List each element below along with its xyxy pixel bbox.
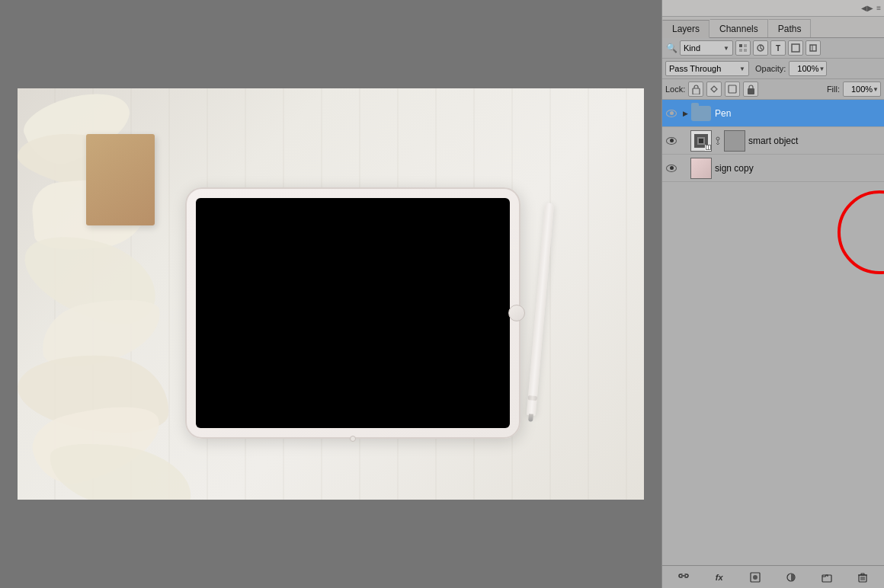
svg-rect-2 [739, 49, 742, 52]
layer-expand-pen[interactable]: ▶ [680, 108, 690, 119]
panel-menu-button[interactable]: ≡ [876, 4, 881, 12]
fill-input-wrapper: 100% ▼ [843, 81, 881, 97]
canvas-area [0, 0, 661, 588]
layers-panel: ◀▶ ≡ Layers Channels Paths 🔍 Kind ▼ T [661, 0, 884, 588]
svg-rect-3 [744, 49, 747, 52]
lock-transparent-btn[interactable] [688, 81, 703, 97]
layers-list: ▶ Pen [662, 100, 884, 565]
svg-point-15 [716, 137, 719, 140]
panel-collapse-button[interactable]: ◀▶ [861, 4, 873, 12]
fill-arrow: ▼ [873, 86, 879, 93]
pixel-filter-icon[interactable] [735, 40, 751, 56]
search-icon: 🔍 [665, 42, 677, 54]
layer-thumbnail-design [690, 158, 712, 179]
filter-toolbar: 🔍 Kind ▼ T [662, 38, 884, 59]
new-group-button[interactable] [818, 569, 835, 586]
layer-visibility-smart[interactable] [665, 135, 677, 147]
smart-link-icon [712, 130, 724, 152]
tab-channels[interactable]: Channels [709, 19, 768, 37]
type-filter-icon[interactable]: T [770, 40, 786, 56]
svg-rect-0 [739, 44, 742, 47]
smart-filter-icon[interactable] [806, 40, 821, 56]
panel-header-bar: ◀▶ ≡ [662, 0, 884, 17]
layer-visibility-pen[interactable] [665, 107, 677, 120]
panel-bottom-toolbar: fx [662, 565, 884, 588]
lock-all-btn[interactable] [743, 81, 758, 97]
kind-dropdown-arrow: ▼ [723, 45, 729, 52]
svg-rect-24 [861, 574, 864, 575]
svg-rect-21 [822, 575, 831, 582]
tab-layers[interactable]: Layers [662, 20, 709, 38]
scene-background [18, 88, 644, 500]
smart-object-thumbs [690, 130, 745, 152]
lock-label: Lock: [665, 85, 685, 94]
svg-rect-1 [744, 44, 747, 47]
layer-name-smart: smart object [748, 136, 881, 146]
folder-icon-pen [691, 106, 711, 121]
lock-position-btn[interactable] [706, 81, 722, 97]
add-mask-button[interactable] [747, 569, 764, 586]
tab-paths[interactable]: Paths [768, 19, 812, 37]
svg-rect-8 [693, 88, 700, 94]
svg-point-19 [753, 575, 757, 580]
blend-mode-arrow: ▼ [739, 66, 745, 72]
layer-thumbnail-pen [690, 103, 712, 124]
svg-rect-9 [729, 85, 736, 93]
layer-pen-group[interactable]: ▶ Pen [662, 100, 884, 127]
opacity-input-wrapper: 100% ▼ [789, 61, 827, 76]
svg-rect-6 [810, 45, 816, 51]
lock-fill-row: Lock: Fill: 100% ▼ [662, 79, 884, 100]
link-layers-button[interactable] [675, 569, 692, 586]
opacity-value: 100% [791, 64, 818, 73]
ipad-home-button [508, 305, 525, 321]
kind-dropdown[interactable]: Kind ▼ [680, 40, 733, 56]
smart-object-badge [705, 145, 711, 151]
layer-effects-button[interactable]: fx [711, 569, 728, 586]
ipad-container [185, 187, 520, 439]
delete-layer-button[interactable] [854, 569, 871, 586]
layer-smart-object[interactable]: smart object [662, 127, 884, 155]
svg-rect-5 [792, 44, 799, 52]
ipad-small-button [350, 436, 356, 442]
fx-label: fx [716, 573, 723, 582]
blend-opacity-row: Pass Through ▼ Opacity: 100% ▼ [662, 59, 884, 79]
fill-value: 100% [845, 85, 873, 94]
adjustment-filter-icon[interactable] [753, 40, 768, 56]
layer-design-copy[interactable]: sign copy [662, 155, 884, 182]
svg-rect-12 [699, 139, 703, 143]
layer-visibility-design[interactable] [665, 162, 677, 174]
panel-tabs-row: Layers Channels Paths [662, 17, 884, 38]
opacity-label: Opacity: [755, 64, 786, 73]
canvas-image [18, 88, 644, 500]
new-adjustment-button[interactable] [783, 569, 799, 586]
fill-label: Fill: [827, 85, 840, 94]
ipad-body [185, 187, 520, 439]
layer-name-design: sign copy [715, 163, 881, 174]
smart-mask-thumb [724, 130, 745, 152]
shape-filter-icon[interactable] [788, 40, 803, 56]
lock-artboards-btn[interactable] [725, 81, 740, 97]
pencil-band [528, 395, 537, 401]
layer-name-pen: Pen [715, 108, 881, 119]
smart-thumb-main [690, 130, 712, 152]
kraft-box [86, 134, 155, 225]
opacity-arrow: ▼ [818, 66, 825, 72]
svg-rect-10 [748, 88, 754, 94]
ipad-screen [196, 198, 510, 428]
blend-mode-dropdown[interactable]: Pass Through ▼ [665, 61, 749, 76]
